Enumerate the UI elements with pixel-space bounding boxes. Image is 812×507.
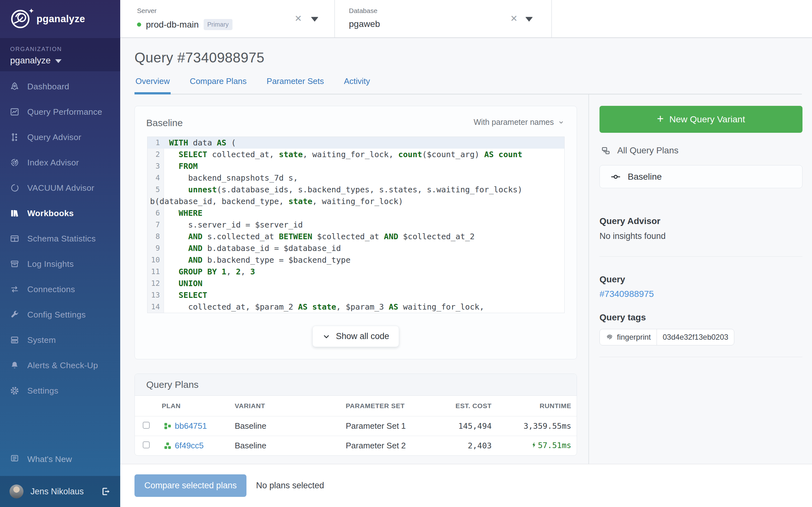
compare-selected-plans-button[interactable]: Compare selected plans xyxy=(135,474,247,497)
chart-icon xyxy=(10,107,19,117)
new-query-variant-button[interactable]: + New Query Variant xyxy=(600,106,803,133)
arrows-swap-icon xyxy=(10,285,19,294)
code-line: 1WITH data AS ( xyxy=(148,137,564,149)
column-header-plan: PLAN xyxy=(162,402,235,410)
show-all-code-button[interactable]: Show all code xyxy=(312,326,399,347)
plan-tree-icon-1 xyxy=(163,422,172,430)
tab-activity[interactable]: Activity xyxy=(343,72,371,94)
clear-server-icon[interactable]: ✕ xyxy=(295,14,302,23)
vacuum-advisor-icon xyxy=(10,183,19,193)
new-query-variant-label: New Query Variant xyxy=(669,114,745,124)
sidebar-item-query-advisor[interactable]: Query Advisor xyxy=(0,124,120,150)
server-value: prod-db-main xyxy=(146,20,199,30)
query-advisor-icon xyxy=(10,132,19,142)
tab-parameter-sets[interactable]: Parameter Sets xyxy=(266,72,325,94)
query-tag[interactable]: fingerprint 03d4e32f13eb0203 xyxy=(600,329,734,345)
logout-icon[interactable] xyxy=(101,487,111,497)
sidebar-item-workbooks[interactable]: Workbooks xyxy=(0,201,120,226)
user-bar: Jens Nikolaus xyxy=(0,476,120,507)
clear-database-icon[interactable]: ✕ xyxy=(510,14,518,23)
code-line: 7 s.server_id = $server_id xyxy=(148,219,564,231)
plan-link[interactable]: bb64751 xyxy=(175,421,207,431)
server-dropdown-caret-icon[interactable] xyxy=(311,17,318,21)
table-grid-icon xyxy=(10,234,19,243)
column-header-runtime: RUNTIME xyxy=(492,402,571,410)
sidebar-item-settings[interactable]: Settings xyxy=(0,378,120,403)
bell-icon xyxy=(10,360,19,370)
tab-compare-plans[interactable]: Compare Plans xyxy=(189,72,247,94)
sidebar: ✦ pganalyze ORGANIZATION pganalyze Dashb… xyxy=(0,0,120,507)
chevron-down-icon xyxy=(55,59,61,63)
server-label: Server xyxy=(137,7,334,14)
tabs: OverviewCompare PlansParameter SetsActiv… xyxy=(135,72,802,95)
sidebar-nav: Dashboard Query Performance Query Adviso… xyxy=(0,74,120,403)
tab-overview[interactable]: Overview xyxy=(135,72,171,94)
query-advisor-empty-state: No insights found xyxy=(600,231,803,241)
sitemap-icon xyxy=(601,146,611,156)
code-line: 10 AND b.backend_type = $backend_type xyxy=(148,254,564,266)
database-selector[interactable]: Database pgaweb ✕ xyxy=(335,0,552,38)
organization-name: pganalyze xyxy=(10,55,51,66)
code-line: 2 SELECT collected_at, state, waiting_fo… xyxy=(148,149,564,160)
parameter-names-toggle[interactable]: With parameter names xyxy=(473,118,565,127)
sidebar-item-query-performance[interactable]: Query Performance xyxy=(0,99,120,124)
bottom-action-bar: Compare selected plans No plans selected xyxy=(120,464,812,507)
selection-status-text: No plans selected xyxy=(256,481,324,491)
code-line: 14 collected_at, $param_2 AS state, $par… xyxy=(148,301,564,313)
plan-runtime: 3,359.55ms xyxy=(492,421,571,431)
chevron-down-icon xyxy=(558,119,565,126)
newspaper-icon xyxy=(10,453,19,465)
index-advisor-icon xyxy=(10,158,19,167)
all-query-plans-link[interactable]: All Query Plans xyxy=(600,146,803,156)
sidebar-item-dashboard[interactable]: Dashboard xyxy=(0,74,120,99)
sidebar-item-schema-statistics[interactable]: Schema Statistics xyxy=(0,226,120,251)
baseline-card: Baseline With parameter names 1WITH data… xyxy=(135,106,577,359)
panel-divider xyxy=(600,357,803,357)
plan-parameter-set: Parameter Set 2 xyxy=(346,441,435,451)
primary-badge: Primary xyxy=(204,19,233,30)
sidebar-item-config-settings[interactable]: Config Settings xyxy=(0,302,120,327)
avatar[interactable] xyxy=(9,485,23,498)
code-line: b(database_id, backend_type, state, wait… xyxy=(148,195,564,207)
rocket-icon xyxy=(10,82,19,91)
code-line: 6 WHERE xyxy=(148,207,564,219)
code-line: 8 AND s.collected_at BETWEEN $collected_… xyxy=(148,231,564,242)
tag-key-label: fingerprint xyxy=(617,333,651,342)
server-selector[interactable]: Server prod-db-main Primary ✕ xyxy=(120,0,335,38)
database-value: pgaweb xyxy=(349,19,380,29)
query-plans-card: Query Plans PLANVARIANTPARAMETER SETEST.… xyxy=(135,374,577,456)
database-dropdown-caret-icon[interactable] xyxy=(525,17,533,21)
gear-icon xyxy=(10,386,19,395)
sidebar-item-alerts-check-up[interactable]: Alerts & Check-Up xyxy=(0,353,120,378)
server-stack-icon xyxy=(10,335,19,345)
parameter-names-label: With parameter names xyxy=(473,118,554,127)
fingerprint-icon xyxy=(606,333,614,341)
plan-checkbox[interactable] xyxy=(143,422,150,429)
plan-est-cost: 145,494 xyxy=(435,421,492,431)
sidebar-item-whats-new[interactable]: What's New xyxy=(0,448,120,470)
baseline-variant-label: Baseline xyxy=(628,172,662,182)
sidebar-item-vacuum-advisor[interactable]: VACUUM Advisor xyxy=(0,175,120,201)
sql-code-block: 1WITH data AS (2 SELECT collected_at, st… xyxy=(147,136,565,313)
organization-switcher[interactable]: ORGANIZATION pganalyze xyxy=(0,38,120,71)
code-line: 4 backend_snapshots_7d s, xyxy=(148,172,564,184)
lightning-bolt-icon xyxy=(531,441,537,451)
query-id-link[interactable]: #7340988975 xyxy=(600,289,654,299)
logo[interactable]: ✦ pganalyze xyxy=(0,0,120,38)
sidebar-item-system[interactable]: System xyxy=(0,327,120,353)
sidebar-item-connections[interactable]: Connections xyxy=(0,277,120,302)
tag-value-label: 03d4e32f13eb0203 xyxy=(657,329,734,345)
plan-link[interactable]: 6f49cc5 xyxy=(175,441,204,451)
code-line: 12 UNION xyxy=(148,278,564,289)
plan-checkbox[interactable] xyxy=(143,441,150,448)
wrench-icon xyxy=(10,310,19,320)
server-status-dot xyxy=(137,22,141,26)
table-row: bb64751 Baseline Parameter Set 1 145,494… xyxy=(135,416,577,436)
baseline-variant-item[interactable]: Baseline xyxy=(600,165,803,188)
query-heading: Query xyxy=(600,274,803,285)
sidebar-item-index-advisor[interactable]: Index Advisor xyxy=(0,150,120,175)
code-line: 13 SELECT xyxy=(148,289,564,301)
sidebar-item-log-insights[interactable]: Log Insights xyxy=(0,251,120,277)
commit-icon xyxy=(611,172,621,182)
plan-parameter-set: Parameter Set 1 xyxy=(346,421,435,431)
